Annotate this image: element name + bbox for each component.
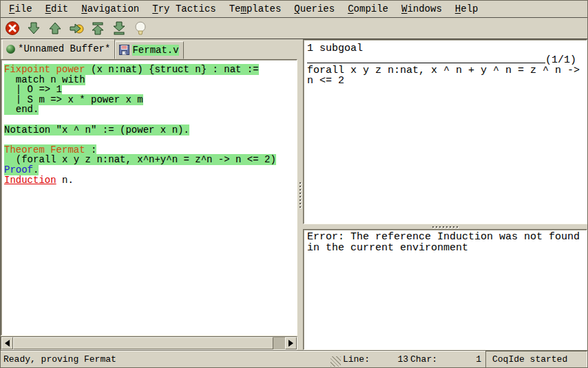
script-panel: *Unnamed Buffer* Fermat.v Fixpoint power <box>1 39 297 350</box>
forward-one-button[interactable] <box>25 20 42 36</box>
coqide-window: File Edit Navigation Try Tactics Templat… <box>0 0 588 368</box>
arrow-into-ball-icon <box>69 21 84 36</box>
code-line-blank <box>4 135 297 145</box>
splitter-dot <box>456 226 458 228</box>
goal-pane[interactable]: 1 subgoal (1/1) forall x y z n:nat, x ^ … <box>303 39 587 224</box>
splitter-dot <box>300 189 301 191</box>
menu-try-tactics[interactable]: Try Tactics <box>147 2 221 16</box>
go-to-cursor-button[interactable] <box>68 20 85 36</box>
line-number: 13 <box>370 354 408 365</box>
menubar: File Edit Navigation Try Tactics Templat… <box>1 1 587 18</box>
stop-button[interactable] <box>4 20 21 36</box>
script-editor[interactable]: Fixpoint power (x n:nat) {struct n} : na… <box>1 59 297 336</box>
code-line: | S m => x * power x m <box>4 95 297 105</box>
splitter-dot <box>439 226 441 228</box>
code-line-blank <box>4 115 297 125</box>
lightbulb-icon <box>133 21 148 36</box>
code-line: match n with <box>4 75 297 85</box>
code-line: Proof. <box>4 165 297 175</box>
menu-help[interactable]: Help <box>450 2 484 16</box>
splitter-dot <box>432 226 434 228</box>
menu-navigation[interactable]: Navigation <box>76 2 145 16</box>
go-to-start-button[interactable] <box>90 20 106 36</box>
up-arrow-bar-icon <box>90 21 105 36</box>
scroll-right-button[interactable] <box>285 337 297 349</box>
splitter-dot <box>300 182 301 184</box>
subgoal-count: 1 subgoal <box>307 43 585 54</box>
scrollbar-thumb[interactable] <box>13 337 273 349</box>
char-number: 1 <box>437 354 481 365</box>
hint-button[interactable] <box>132 20 149 36</box>
goal-separator: (1/1) <box>307 54 585 65</box>
resize-grip[interactable] <box>330 356 341 367</box>
error-message: in the current environment <box>307 243 585 254</box>
goal-statement: forall x y z n:nat, x ^ n + y ^ n = z ^ … <box>307 65 585 76</box>
left-arrow-icon <box>1 340 10 347</box>
status-message: Ready, proving Fermat <box>1 354 330 365</box>
goal-rule <box>307 63 545 63</box>
code-line: Notation "x ^ n" := (power x n). <box>4 125 297 136</box>
statusbar: Ready, proving Fermat Line: 13 Char: 1 C… <box>1 350 587 368</box>
splitter-dot <box>300 203 301 204</box>
floppy-disk-icon <box>119 45 129 55</box>
buffer-tabs: *Unnamed Buffer* Fermat.v <box>1 39 297 59</box>
tab-fermat-v[interactable]: Fermat.v <box>115 41 183 59</box>
vertical-splitter[interactable] <box>297 39 303 350</box>
back-one-button[interactable] <box>47 20 63 36</box>
app-status-box: CoqIde started <box>485 351 587 368</box>
error-message: Error: The reference Induction was not f… <box>307 232 585 243</box>
stop-icon <box>5 21 20 36</box>
code-line: (forall x y z n:nat, x^n+y^n = z^n -> n … <box>4 155 297 165</box>
editor-horizontal-scrollbar <box>1 336 297 350</box>
scrollbar-track[interactable] <box>273 337 285 349</box>
code-line: | O => 1 <box>4 85 297 95</box>
goal-counter: (1/1) <box>545 55 576 65</box>
char-label: Char: <box>408 354 437 365</box>
splitter-dot <box>300 196 301 197</box>
splitter-dot <box>300 199 301 201</box>
splitter-dot <box>453 226 454 228</box>
menu-templates[interactable]: Templates <box>224 2 287 16</box>
code-line: end. <box>4 105 297 115</box>
splitter-dot <box>300 206 301 208</box>
splitter-dot <box>443 226 444 228</box>
horizontal-splitter[interactable] <box>303 224 587 229</box>
scroll-left-button[interactable] <box>1 337 13 349</box>
splitter-dot <box>450 226 451 228</box>
splitter-dot <box>446 226 448 228</box>
down-arrow-icon <box>26 21 41 36</box>
code-line: Theorem Fermat : <box>4 145 297 155</box>
proof-panel: 1 subgoal (1/1) forall x y z n:nat, x ^ … <box>303 39 587 350</box>
down-arrow-bar-icon <box>112 21 127 36</box>
line-label: Line: <box>341 354 370 365</box>
go-to-end-button[interactable] <box>111 20 127 36</box>
right-arrow-icon <box>288 340 297 347</box>
code-line: Induction n. <box>4 175 297 186</box>
up-arrow-icon <box>48 21 63 36</box>
menu-windows[interactable]: Windows <box>396 2 448 16</box>
menu-edit[interactable]: Edit <box>40 2 74 16</box>
splitter-dot <box>436 226 437 228</box>
splitter-dot <box>300 186 301 187</box>
toolbar <box>1 18 587 39</box>
splitter-dot <box>300 193 301 194</box>
code-line: Fixpoint power (x n:nat) {struct n} : na… <box>4 65 297 75</box>
menu-file[interactable]: File <box>3 2 38 16</box>
tab-unnamed-buffer[interactable]: *Unnamed Buffer* <box>2 39 115 59</box>
main-area: *Unnamed Buffer* Fermat.v Fixpoint power <box>1 39 587 350</box>
tab-label: Fermat.v <box>132 45 178 56</box>
menu-compile[interactable]: Compile <box>342 2 394 16</box>
goal-statement: n <= 2 <box>307 76 585 86</box>
tab-label: *Unnamed Buffer* <box>18 43 110 54</box>
menu-queries[interactable]: Queries <box>288 2 340 16</box>
buffer-status-icon <box>6 45 15 54</box>
message-pane[interactable]: Error: The reference Induction was not f… <box>303 229 587 350</box>
